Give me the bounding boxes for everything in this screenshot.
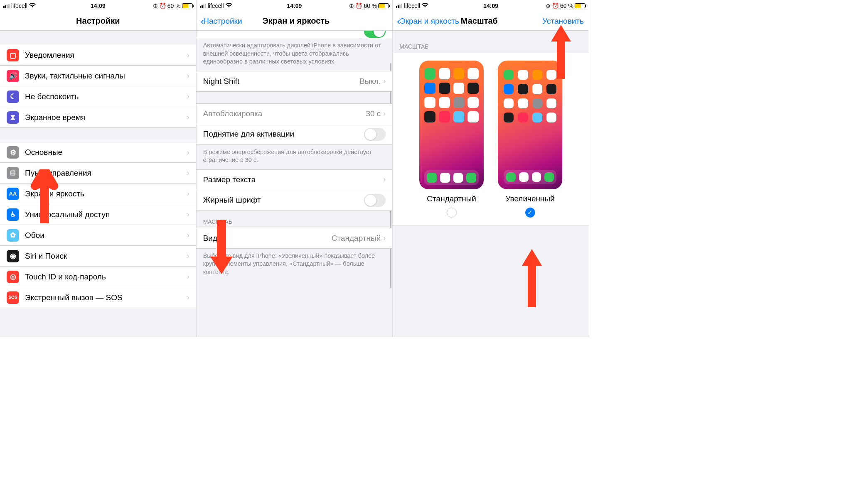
- row-label: Экран и яркость: [25, 189, 187, 198]
- chevron-right-icon: ›: [383, 109, 386, 118]
- back-label: Настройки: [203, 17, 242, 26]
- status-bar: lifecell 14:09 ⊕ ⏰ 60 %: [0, 0, 196, 12]
- row-touchid[interactable]: ◎ Touch ID и код-пароль ›: [0, 267, 196, 287]
- battery-percent: 60 %: [167, 2, 181, 9]
- row-label: Вид: [203, 234, 332, 243]
- chevron-right-icon: ›: [187, 252, 189, 260]
- row-value: Выкл.: [359, 77, 381, 86]
- chevron-right-icon: ›: [187, 148, 189, 157]
- truetone-toggle[interactable]: [364, 31, 386, 38]
- view-footer: Выберите вид для iPhone: «Увеличенный» п…: [197, 249, 393, 281]
- chevron-right-icon: ›: [187, 169, 189, 177]
- alarm-icon: ⏰: [159, 2, 166, 9]
- row-label: Жирный шрифт: [203, 196, 364, 205]
- zoom-option-zoomed[interactable]: Увеличенный ✓: [498, 61, 562, 218]
- row-bold-text[interactable]: Жирный шрифт: [197, 190, 393, 211]
- sounds-icon: 🔊: [7, 70, 19, 82]
- zoom-option-standard[interactable]: Стандартный: [419, 61, 484, 218]
- back-button[interactable]: ‹ Настройки: [201, 16, 242, 27]
- signal-icon: [200, 4, 206, 8]
- row-label: Автоблокировка: [203, 109, 366, 118]
- row-siri[interactable]: ◉ Siri и Поиск ›: [0, 246, 196, 267]
- chevron-right-icon: ›: [187, 189, 189, 198]
- chevron-right-icon: ›: [187, 51, 189, 60]
- row-accessibility[interactable]: ♿︎ Универсальный доступ ›: [0, 204, 196, 225]
- accessibility-icon: ♿︎: [7, 208, 19, 221]
- row-view[interactable]: Вид Стандартный ›: [197, 228, 393, 249]
- zoom-zoomed-label: Увеличенный: [498, 194, 562, 203]
- battery-percent: 60 %: [560, 2, 573, 9]
- row-raise-to-wake[interactable]: Поднятие для активации: [197, 124, 393, 145]
- row-nightshift[interactable]: Night Shift Выкл. ›: [197, 71, 393, 92]
- notifications-icon: ▢: [7, 49, 19, 61]
- zoom-section-header: МАСШТАБ: [197, 211, 393, 228]
- nav-bar: ‹ Экран и яркость Масштаб Установить: [393, 12, 589, 31]
- chevron-right-icon: ›: [383, 234, 386, 242]
- row-label: Пункт управления: [25, 169, 187, 178]
- row-notifications[interactable]: ▢ Уведомления ›: [0, 45, 196, 66]
- bold-toggle[interactable]: [364, 194, 386, 207]
- row-label: Siri и Поиск: [25, 252, 187, 261]
- hourglass-icon: ⧗: [7, 111, 19, 124]
- carrier-label: lifecell: [208, 2, 224, 9]
- page-title: Масштаб: [461, 16, 498, 26]
- zoom-panel: lifecell 14:09 ⊕ ⏰ 60 % ‹ Экран и яркост…: [393, 0, 589, 337]
- fingerprint-icon: ◎: [7, 271, 19, 283]
- back-button[interactable]: ‹ Экран и яркость: [397, 16, 459, 27]
- chevron-right-icon: ›: [187, 293, 189, 302]
- row-label: Экстренный вызов — SOS: [25, 293, 187, 302]
- page-title: Настройки: [76, 16, 120, 26]
- row-text-size[interactable]: Размер текста ›: [197, 169, 393, 190]
- nav-bar: ‹ Настройки Экран и яркость: [197, 12, 393, 31]
- raise-toggle[interactable]: [364, 128, 386, 141]
- rotation-lock-icon: ⊕: [546, 2, 551, 9]
- row-label: Экранное время: [25, 113, 187, 122]
- row-label: Уведомления: [25, 51, 187, 60]
- switches-icon: ⊟: [7, 167, 19, 179]
- status-bar: lifecell 14:09 ⊕ ⏰ 60 %: [393, 0, 589, 12]
- row-label: Размер текста: [203, 175, 384, 184]
- rotation-lock-icon: ⊕: [349, 2, 354, 9]
- row-wallpaper[interactable]: ✿ Обои ›: [0, 225, 196, 246]
- chevron-right-icon: ›: [383, 77, 386, 86]
- signal-icon: [396, 4, 402, 8]
- row-label: Touch ID и код-пароль: [25, 272, 187, 281]
- row-label: Основные: [25, 148, 187, 157]
- chevron-right-icon: ›: [187, 92, 189, 101]
- chevron-right-icon: ›: [187, 210, 189, 219]
- status-bar: lifecell 14:09 ⊕ ⏰ 60 %: [197, 0, 393, 12]
- time-label: 14:09: [483, 2, 498, 9]
- rotation-lock-icon: ⊕: [153, 2, 158, 9]
- radio-zoomed[interactable]: ✓: [525, 208, 535, 218]
- row-label: Обои: [25, 231, 187, 240]
- row-dnd[interactable]: ☾ Не беспокоить ›: [0, 86, 196, 107]
- moon-icon: ☾: [7, 91, 19, 103]
- chevron-right-icon: ›: [187, 231, 189, 240]
- time-label: 14:09: [91, 2, 106, 9]
- wifi-icon: [29, 2, 36, 9]
- row-display[interactable]: AA Экран и яркость ›: [0, 183, 196, 204]
- siri-icon: ◉: [7, 250, 19, 262]
- preview-zoomed: [498, 61, 562, 189]
- chevron-right-icon: ›: [187, 71, 189, 80]
- zoom-standard-label: Стандартный: [419, 194, 484, 203]
- wifi-icon: [422, 2, 428, 9]
- chevron-right-icon: ›: [383, 175, 386, 184]
- carrier-label: lifecell: [11, 2, 27, 9]
- wifi-icon: [226, 2, 232, 9]
- sos-icon: SOS: [7, 291, 19, 304]
- flower-icon: ✿: [7, 229, 19, 242]
- row-screentime[interactable]: ⧗ Экранное время ›: [0, 107, 196, 128]
- row-control-center[interactable]: ⊟ Пункт управления ›: [0, 163, 196, 183]
- chevron-right-icon: ›: [187, 113, 189, 122]
- row-general[interactable]: ⚙ Основные ›: [0, 142, 196, 163]
- radio-standard[interactable]: [447, 208, 457, 218]
- row-label: Звуки, тактильные сигналы: [25, 71, 187, 81]
- set-button[interactable]: Установить: [542, 17, 584, 26]
- row-autolock[interactable]: Автоблокировка 30 с ›: [197, 103, 393, 124]
- chevron-right-icon: ›: [187, 272, 189, 281]
- settings-panel: lifecell 14:09 ⊕ ⏰ 60 % Настройки ▢ Увед…: [0, 0, 197, 337]
- carrier-label: lifecell: [404, 2, 420, 9]
- row-sounds[interactable]: 🔊 Звуки, тактильные сигналы ›: [0, 66, 196, 86]
- row-sos[interactable]: SOS Экстренный вызов — SOS ›: [0, 287, 196, 308]
